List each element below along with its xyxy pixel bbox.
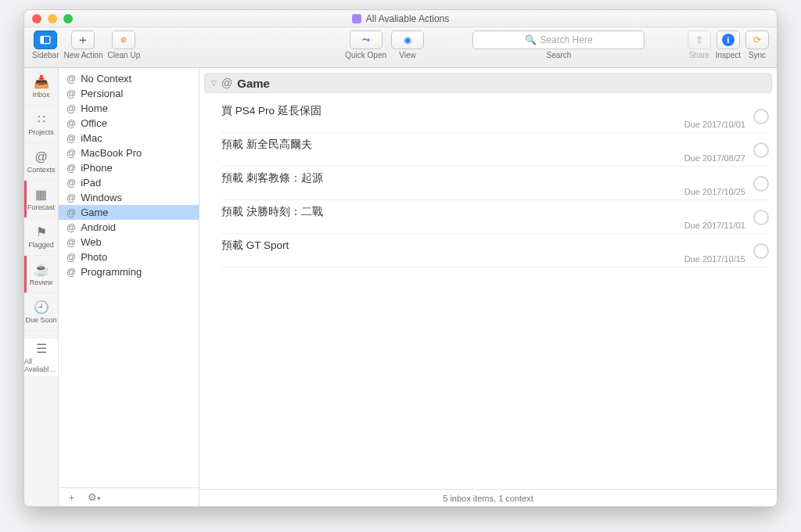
context-list: @No Context@Persional@Home@Office@iMac@M…	[59, 68, 199, 506]
task-list: 買 PS4 Pro 延長保固Due 2017/10/01預載 新全民高爾夫Due…	[199, 98, 777, 489]
search-input[interactable]: 🔍 Search Here	[472, 31, 645, 49]
new-action-button[interactable]: ＋	[71, 31, 95, 49]
at-icon: @	[66, 88, 76, 99]
context-item[interactable]: @iMac	[59, 131, 199, 146]
sidebar-item-projects[interactable]: ∷ Projects	[24, 106, 58, 143]
title-bar: All Avaliable Actions	[24, 10, 777, 27]
quick-open-button[interactable]: ⤳	[350, 31, 383, 49]
accent-bar	[24, 256, 27, 293]
task-row[interactable]: 預載 新全民高爾夫Due 2017/08/27	[221, 133, 769, 167]
context-item[interactable]: @Home	[59, 101, 199, 116]
sidebar-item-all-available[interactable]: ☰ All Avaliabl…	[24, 339, 58, 376]
info-icon: i	[722, 34, 735, 46]
at-icon: @	[66, 192, 76, 203]
context-item[interactable]: @No Context	[59, 71, 199, 86]
context-item-label: Photo	[81, 251, 107, 263]
at-icon: @	[66, 103, 76, 114]
sidebar-item-inbox[interactable]: 📥 Inbox	[24, 68, 58, 106]
perspective-sidebar: 📥 Inbox ∷ Projects @ Contexts ▦ Forecast…	[24, 68, 59, 506]
plus-icon: ＋	[77, 32, 89, 49]
search-icon: 🔍	[525, 35, 537, 45]
task-row[interactable]: 買 PS4 Pro 延長保固Due 2017/10/01	[221, 99, 769, 133]
projects-icon: ∷	[38, 112, 45, 127]
task-title: 買 PS4 Pro 延長保固	[221, 104, 745, 118]
sidebar-item-label: Contexts	[27, 166, 56, 174]
quick-open-label: Quick Open	[345, 51, 386, 59]
broom-icon: ✵	[120, 34, 128, 45]
at-icon: @	[221, 77, 232, 89]
main-pane: ▽ @ Game 買 PS4 Pro 延長保固Due 2017/10/01預載 …	[199, 68, 777, 506]
context-item[interactable]: @Programming	[59, 264, 199, 279]
sidebar-item-due-soon[interactable]: 🕘 Due Soon	[24, 293, 58, 331]
at-icon: @	[66, 252, 76, 263]
context-item-label: No Context	[81, 73, 131, 84]
quick-open-icon: ⤳	[362, 34, 370, 45]
sidebar-item-label: Review	[30, 279, 53, 286]
task-complete-checkbox[interactable]	[753, 176, 769, 192]
flag-icon: ⚑	[36, 225, 47, 239]
at-icon: @	[66, 207, 76, 218]
context-item[interactable]: @Game	[59, 205, 199, 220]
context-item-label: iMac	[81, 132, 102, 144]
clean-up-button[interactable]: ✵	[112, 31, 135, 49]
app-window: All Avaliable Actions Sidebar ＋ New Acti…	[23, 9, 778, 507]
context-item-label: Programming	[81, 266, 142, 278]
context-item-label: Android	[81, 221, 116, 233]
context-item[interactable]: @MacBook Pro	[59, 146, 199, 160]
context-item[interactable]: @Android	[59, 220, 199, 235]
share-label: Share	[688, 51, 709, 59]
close-window-button[interactable]	[32, 14, 41, 23]
window-title: All Avaliable Actions	[366, 13, 450, 24]
context-item[interactable]: @iPad	[59, 175, 199, 190]
task-title: 預載 GT Sport	[221, 239, 745, 253]
task-row[interactable]: 預載 刺客教條：起源Due 2017/10/25	[221, 167, 769, 200]
task-complete-checkbox[interactable]	[753, 142, 769, 158]
new-action-label: New Action	[63, 51, 102, 59]
context-item-label: MacBook Pro	[81, 147, 142, 159]
zoom-window-button[interactable]	[63, 14, 73, 23]
context-item-label: Windows	[81, 192, 122, 203]
inbox-icon: 📥	[34, 74, 49, 89]
context-item[interactable]: @Web	[59, 235, 199, 250]
at-icon: @	[66, 118, 76, 129]
context-item[interactable]: @Photo	[59, 250, 199, 264]
task-row[interactable]: 預載 決勝時刻：二戰Due 2017/11/01	[221, 200, 769, 234]
sidebar-item-forecast[interactable]: ▦ Forecast	[24, 181, 58, 218]
at-icon: @	[66, 133, 76, 144]
disclosure-triangle-icon[interactable]: ▽	[211, 79, 217, 87]
minimize-window-button[interactable]	[48, 14, 57, 23]
all-available-icon: ☰	[36, 341, 47, 356]
context-settings-button[interactable]: ⚙︎▾	[88, 491, 101, 503]
sidebar-item-review[interactable]: ☕ Review	[24, 256, 58, 293]
view-button[interactable]: ◉	[391, 31, 424, 49]
status-text: 5 inbox items, 1 context	[443, 494, 533, 503]
status-bar: 5 inbox items, 1 context	[199, 489, 777, 506]
sidebar-item-label: Due Soon	[25, 316, 56, 324]
sync-label: Sync	[749, 51, 766, 59]
sync-button[interactable]: ⟳	[745, 31, 769, 49]
sidebar-label: Sidebar	[32, 51, 59, 59]
eye-icon: ◉	[404, 34, 411, 45]
task-complete-checkbox[interactable]	[753, 210, 769, 225]
inspect-button[interactable]: i	[717, 31, 740, 49]
context-item[interactable]: @iPhone	[59, 160, 199, 175]
share-icon: ⇪	[695, 34, 703, 45]
at-icon: @	[66, 148, 76, 159]
sidebar-item-contexts[interactable]: @ Contexts	[24, 143, 58, 181]
task-title: 預載 決勝時刻：二戰	[221, 205, 745, 219]
task-row[interactable]: 預載 GT SportDue 2017/10/15	[221, 234, 769, 268]
clean-up-label: Clean Up	[108, 51, 141, 59]
context-item[interactable]: @Windows	[59, 190, 199, 205]
task-title: 預載 刺客教條：起源	[221, 171, 745, 185]
add-context-button[interactable]: ＋	[66, 491, 77, 505]
task-complete-checkbox[interactable]	[753, 109, 769, 124]
accent-bar	[24, 181, 27, 217]
context-item[interactable]: @Office	[59, 116, 199, 131]
main-header[interactable]: ▽ @ Game	[204, 73, 772, 93]
task-title: 預載 新全民高爾夫	[221, 138, 745, 152]
sidebar-item-flagged[interactable]: ⚑ Flagged	[24, 218, 58, 256]
share-button[interactable]: ⇪	[688, 31, 711, 49]
task-complete-checkbox[interactable]	[753, 243, 769, 259]
sidebar-toggle-button[interactable]	[34, 31, 57, 49]
context-item[interactable]: @Persional	[59, 86, 199, 101]
